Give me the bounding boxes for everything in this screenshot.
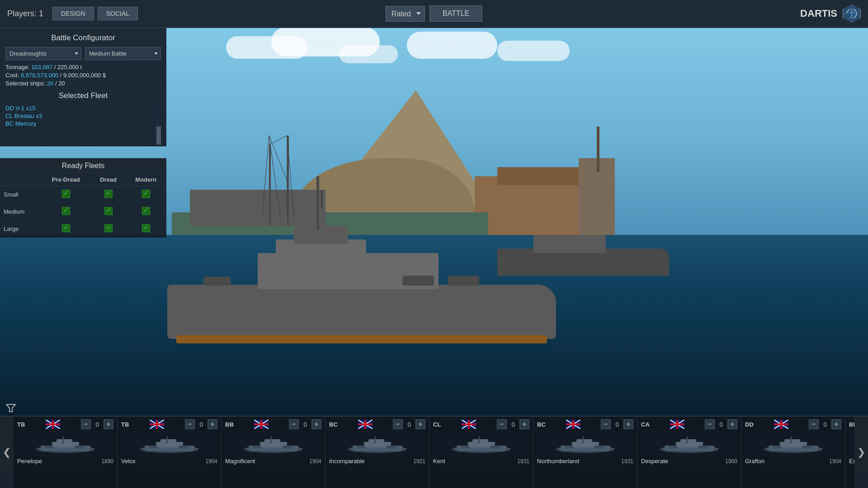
ship-image-4 <box>433 431 529 456</box>
social-button[interactable]: SOCIAL <box>98 7 138 20</box>
ready-fleets-title: Ready Fleets <box>0 158 166 174</box>
svg-rect-17 <box>75 446 84 449</box>
increase-btn-4[interactable]: + <box>519 419 529 429</box>
ship-type-5: BC <box>537 421 546 428</box>
qty-display-7: 0 <box>821 421 830 428</box>
players-label: Players: 1 <box>7 9 43 19</box>
qty-display-2: 0 <box>301 421 310 428</box>
ship-info-2: Magnificent 1904 <box>225 458 321 465</box>
ship-card-2: BB − 0 + Magnificent 1904 <box>222 417 326 488</box>
next-arrow[interactable]: ❯ <box>854 417 868 488</box>
increase-btn-1[interactable]: + <box>208 419 217 429</box>
svg-rect-37 <box>357 446 365 448</box>
increase-btn-2[interactable]: + <box>311 419 321 429</box>
ship-name-6: Desperate <box>641 458 668 465</box>
ship-info-6: Desperate 1900 <box>641 458 737 465</box>
flag-1 <box>150 420 164 429</box>
ship-card-top-0: TB − 0 + <box>17 419 113 429</box>
rigging <box>262 136 307 226</box>
ship-card-top-2: BB − 0 + <box>225 419 321 429</box>
row-medium-dread[interactable] <box>91 203 126 221</box>
building-roof <box>497 167 579 185</box>
increase-btn-5[interactable]: + <box>623 419 633 429</box>
svg-rect-42 <box>472 439 488 444</box>
svg-rect-14 <box>57 439 72 444</box>
ship-image-2 <box>225 431 321 456</box>
checkbox-small-predread[interactable] <box>62 190 70 198</box>
qty-display-6: 0 <box>717 421 726 428</box>
decrease-btn-1[interactable]: − <box>185 419 195 429</box>
ship-card-top-1: TB − 0 + <box>121 419 217 429</box>
ship-info-8: Exmouth 1904 <box>849 458 854 465</box>
row-small-predread[interactable] <box>40 186 91 203</box>
increase-btn-3[interactable]: + <box>415 419 425 429</box>
svg-line-2 <box>269 136 287 181</box>
design-button[interactable]: DESIGN <box>52 7 94 20</box>
fleet-scrollbar[interactable] <box>156 105 161 141</box>
increase-btn-6[interactable]: + <box>727 419 737 429</box>
row-large-dread[interactable] <box>91 221 126 238</box>
svg-rect-44 <box>461 446 469 448</box>
svg-rect-31 <box>283 446 292 449</box>
increase-btn-7[interactable]: + <box>831 419 841 429</box>
configurator-title: Battle Configurator <box>5 33 161 42</box>
qty-display-4: 0 <box>509 421 518 428</box>
svg-rect-65 <box>773 446 781 448</box>
ship-svg-5 <box>552 435 619 453</box>
ship-type-select[interactable]: Dreadnoughts <box>5 47 81 60</box>
ship-type-3: BC <box>329 421 338 428</box>
decrease-btn-3[interactable]: − <box>393 419 403 429</box>
fleet-table: Pre-Dread Dread Modern Small Medium Larg… <box>0 174 166 238</box>
decrease-btn-2[interactable]: − <box>289 419 299 429</box>
row-medium-modern[interactable] <box>126 203 166 221</box>
checkbox-medium-modern[interactable] <box>142 207 150 215</box>
prev-arrow[interactable]: ❮ <box>0 417 14 488</box>
table-row: Medium <box>0 203 166 221</box>
ship-image-8 <box>849 431 854 456</box>
decrease-btn-0[interactable]: − <box>81 419 91 429</box>
decrease-btn-7[interactable]: − <box>809 419 819 429</box>
row-small-modern[interactable] <box>126 186 166 203</box>
checkbox-small-dread[interactable] <box>104 190 113 198</box>
svg-line-3 <box>269 136 287 145</box>
ship-name-7: Grafton <box>745 458 764 465</box>
decrease-btn-4[interactable]: − <box>497 419 507 429</box>
ship-year-1: 1904 <box>205 458 217 465</box>
ship-card-8: BB − 0 + Exmouth 1904 <box>845 417 854 488</box>
decrease-btn-6[interactable]: − <box>705 419 715 429</box>
checkbox-large-modern[interactable] <box>142 224 150 232</box>
row-medium-predread[interactable] <box>40 203 91 221</box>
svg-rect-30 <box>253 446 261 448</box>
mode-select[interactable]: Rated <box>386 6 425 22</box>
filter-icon-area[interactable] <box>2 401 20 415</box>
checkbox-medium-predread[interactable] <box>62 207 70 215</box>
ship-year-5: 1931 <box>621 458 633 465</box>
checkbox-small-modern[interactable] <box>142 190 150 198</box>
fleet-item-1: CL Breslau x3 <box>5 113 161 119</box>
ship-info-3: Incomparable 1921 <box>329 458 425 465</box>
ship-year-3: 1921 <box>413 458 425 465</box>
row-large-predread[interactable] <box>40 221 91 238</box>
battle-button[interactable]: BATTLE <box>429 5 482 22</box>
configurator-panel: Battle Configurator Dreadnoughts Medium … <box>0 28 166 146</box>
ship-svg-1 <box>136 435 203 453</box>
svg-rect-29 <box>270 436 272 444</box>
decrease-btn-5[interactable]: − <box>601 419 611 429</box>
checkbox-medium-dread[interactable] <box>104 207 113 215</box>
ship-image-0 <box>17 431 113 456</box>
svg-rect-51 <box>565 446 573 448</box>
ship-image-6 <box>641 431 737 456</box>
row-small-dread[interactable] <box>91 186 126 203</box>
bottom-bar: ❮ TB − 0 + Penelope 189 <box>0 416 868 488</box>
fleet-scrollbar-thumb[interactable] <box>156 127 161 145</box>
svg-rect-24 <box>179 446 188 449</box>
battle-size-select[interactable]: Medium Battle <box>85 47 161 60</box>
increase-btn-0[interactable]: + <box>104 419 113 429</box>
checkbox-large-dread[interactable] <box>104 224 113 232</box>
ship-image-1 <box>121 431 217 456</box>
checkbox-large-predread[interactable] <box>62 224 70 232</box>
fleet-list: DD V-1 x15 CL Breslau x3 BC Mercury <box>5 105 161 141</box>
ship-type-4: CL <box>433 421 441 428</box>
svg-rect-58 <box>669 446 677 448</box>
row-large-modern[interactable] <box>126 221 166 238</box>
